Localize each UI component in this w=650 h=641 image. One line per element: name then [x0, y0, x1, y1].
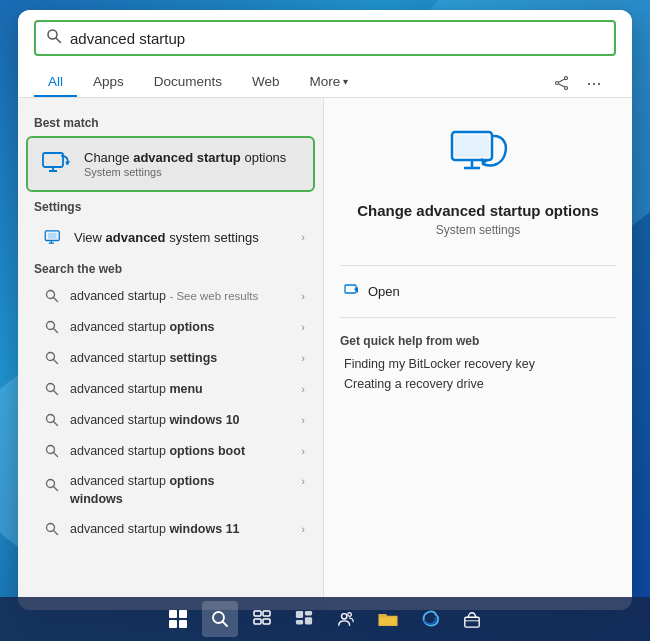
web-search-icon-5 [42, 410, 62, 430]
right-panel-title: Change advanced startup options [357, 202, 599, 219]
chevron-right-icon-w2: › [301, 321, 305, 333]
chevron-right-icon: › [301, 231, 305, 243]
web-item-text-4: advanced startup menu [70, 382, 301, 396]
divider-1 [340, 265, 616, 266]
ellipsis-icon: ··· [586, 74, 601, 92]
web-item-5[interactable]: advanced startup windows 10 › [26, 405, 315, 435]
chevron-down-icon: ▾ [343, 76, 348, 87]
svg-rect-39 [254, 611, 261, 616]
svg-line-30 [54, 531, 58, 535]
settings-icon [42, 225, 66, 249]
chevron-right-icon-w5: › [301, 414, 305, 426]
web-search-icon-1 [42, 286, 62, 306]
svg-rect-50 [465, 617, 479, 627]
web-item-2[interactable]: advanced startup options › [26, 312, 315, 342]
best-match-title: Change advanced startup options [84, 150, 303, 167]
explorer-button[interactable] [370, 601, 406, 637]
search-bar-area: All Apps Documents Web More ▾ [18, 10, 632, 98]
web-item-4[interactable]: advanced startup menu › [26, 374, 315, 404]
svg-line-1 [56, 38, 61, 43]
web-item-text-5: advanced startup windows 10 [70, 413, 301, 427]
open-action[interactable]: Open [340, 276, 616, 307]
chevron-right-icon-w3: › [301, 352, 305, 364]
search-input-wrapper[interactable] [34, 20, 616, 56]
tab-more[interactable]: More ▾ [296, 68, 363, 97]
chevron-right-icon-w7: › [301, 475, 305, 487]
web-search-icon-6 [42, 441, 62, 461]
web-search-icon-4 [42, 379, 62, 399]
widgets-icon [295, 610, 313, 628]
settings-item-text: View advanced system settings [74, 230, 301, 245]
web-search-icon-7 [42, 475, 62, 495]
taskbar-search-button[interactable] [202, 601, 238, 637]
svg-rect-45 [296, 620, 303, 625]
startup-item-icon [38, 146, 74, 182]
search-tabs: All Apps Documents Web More ▾ [34, 64, 616, 97]
svg-rect-32 [455, 135, 489, 157]
right-panel-subtitle: System settings [436, 223, 521, 237]
web-item-text-7: advanced startup options windows [70, 473, 301, 508]
taskbar [0, 597, 650, 641]
svg-line-18 [54, 329, 58, 333]
explorer-icon [378, 611, 398, 627]
web-search-icon-8 [42, 519, 62, 539]
best-match-text: Change advanced startup options System s… [84, 150, 303, 179]
chevron-right-icon-w8: › [301, 523, 305, 535]
left-panel: Best match Change advanced startup optio… [18, 98, 323, 610]
web-item-7[interactable]: advanced startup options windows › [26, 467, 315, 513]
svg-point-4 [556, 81, 559, 84]
svg-line-16 [54, 298, 58, 302]
task-view-icon [253, 610, 271, 628]
svg-line-26 [54, 453, 58, 457]
right-panel: Change advanced startup options System s… [323, 98, 632, 610]
share-button[interactable] [548, 69, 576, 97]
web-item-8[interactable]: advanced startup windows 11 › [26, 514, 315, 544]
svg-rect-43 [296, 611, 303, 618]
task-view-button[interactable] [244, 601, 280, 637]
store-button[interactable] [454, 601, 490, 637]
tabs-actions: ··· [548, 69, 616, 97]
tab-apps[interactable]: Apps [79, 68, 138, 97]
web-item-text-8: advanced startup windows 11 [70, 522, 301, 536]
edge-button[interactable] [412, 601, 448, 637]
best-match-item[interactable]: Change advanced startup options System s… [26, 136, 315, 192]
svg-rect-42 [263, 619, 270, 624]
svg-rect-44 [305, 611, 312, 616]
search-content: Best match Change advanced startup optio… [18, 98, 632, 610]
search-popup: All Apps Documents Web More ▾ [18, 10, 632, 610]
tab-web[interactable]: Web [238, 68, 294, 97]
chevron-right-icon-w6: › [301, 445, 305, 457]
settings-section-header: Settings [18, 194, 323, 218]
right-link-2[interactable]: Creating a recovery drive [340, 374, 616, 394]
widgets-button[interactable] [286, 601, 322, 637]
right-link-1[interactable]: Finding my BitLocker recovery key [340, 354, 616, 374]
svg-line-22 [54, 391, 58, 395]
web-section-header: Search the web [18, 256, 323, 280]
web-item-6[interactable]: advanced startup options boot › [26, 436, 315, 466]
settings-item-advanced[interactable]: View advanced system settings › [26, 219, 315, 255]
teams-button[interactable] [328, 601, 364, 637]
start-button[interactable] [160, 601, 196, 637]
svg-point-3 [565, 86, 568, 89]
svg-line-28 [54, 487, 58, 491]
chevron-right-icon-w1: › [301, 290, 305, 302]
svg-rect-41 [254, 619, 261, 624]
search-input[interactable] [70, 30, 604, 47]
search-icon [46, 28, 62, 48]
web-item-text-6: advanced startup options boot [70, 444, 301, 458]
tab-all[interactable]: All [34, 68, 77, 97]
web-item-1[interactable]: advanced startup - See web results › [26, 281, 315, 311]
taskbar-search-icon [211, 610, 229, 628]
svg-line-38 [223, 622, 228, 627]
best-match-subtitle: System settings [84, 166, 303, 178]
web-item-3[interactable]: advanced startup settings › [26, 343, 315, 373]
svg-line-6 [558, 83, 565, 86]
more-options-button[interactable]: ··· [580, 69, 608, 97]
open-icon [344, 282, 360, 301]
best-match-header: Best match [18, 110, 323, 134]
svg-point-48 [348, 613, 352, 617]
tab-documents[interactable]: Documents [140, 68, 236, 97]
svg-line-24 [54, 422, 58, 426]
web-item-text-3: advanced startup settings [70, 351, 301, 365]
right-panel-icon [446, 122, 510, 190]
